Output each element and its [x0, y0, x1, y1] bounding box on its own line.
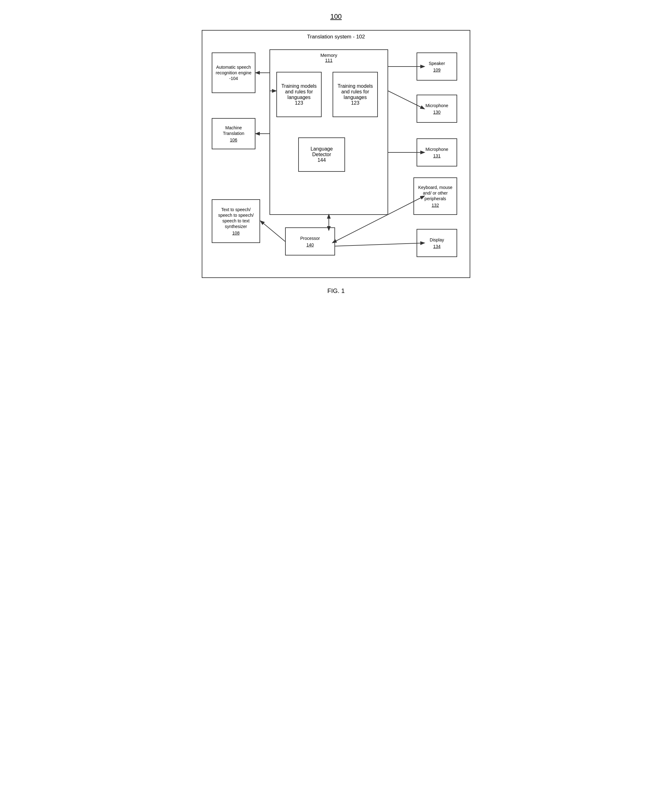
- keyboard-label: Keyboard, mouse and/ or other peripheral…: [417, 185, 453, 202]
- mt-box: Machine Translation 106: [212, 118, 255, 149]
- training1-num: 123: [295, 100, 303, 106]
- page-title: 100: [330, 13, 342, 21]
- display-box: Display 134: [417, 229, 457, 257]
- display-num: 134: [433, 244, 440, 249]
- outer-box: Translation system - 102 Automatic speec…: [202, 30, 470, 278]
- mt-label: Machine Translation: [216, 125, 252, 136]
- processor-num: 140: [306, 242, 313, 247]
- mic131-num: 131: [433, 153, 440, 158]
- speaker-label: Speaker: [429, 60, 445, 66]
- mic130-label: Microphone: [425, 103, 448, 108]
- keyboard-box: Keyboard, mouse and/ or other peripheral…: [414, 177, 457, 215]
- memory-titles: Memory 111: [270, 50, 388, 63]
- mic130-box: Microphone 130: [417, 94, 457, 123]
- memory-num: 111: [325, 58, 332, 63]
- mic131-box: Microphone 131: [417, 138, 457, 166]
- arrow-processor-display: [335, 243, 424, 246]
- langdetect-label: Language Detector: [301, 146, 342, 158]
- fig-label: FIG. 1: [327, 287, 345, 294]
- asr-box: Automatic speech recognition engine -104: [212, 52, 255, 93]
- training2-label: Training models and rules for languages: [335, 83, 375, 100]
- mic131-label: Microphone: [425, 146, 448, 152]
- outer-box-label: Translation system - 102: [305, 34, 367, 40]
- tts-num: 108: [232, 231, 240, 236]
- processor-label: Processor: [300, 236, 320, 241]
- asr-label: Automatic speech recognition engine -104: [216, 64, 252, 81]
- training2-box: Training models and rules for languages …: [333, 72, 378, 117]
- keyboard-num: 132: [432, 203, 439, 208]
- display-label: Display: [430, 237, 444, 243]
- langdetect-num: 144: [318, 158, 326, 163]
- training1-box: Training models and rules for languages …: [276, 72, 321, 117]
- training2-num: 123: [351, 100, 359, 106]
- training1-label: Training models and rules for languages: [279, 83, 319, 100]
- memory-label: Memory: [320, 52, 337, 58]
- speaker-box: Speaker 109: [417, 52, 457, 81]
- mic130-num: 130: [433, 110, 440, 115]
- langdetect-box: Language Detector 144: [298, 137, 345, 172]
- speaker-num: 109: [433, 67, 440, 72]
- processor-box: Processor 140: [285, 228, 335, 255]
- tts-box: Text to speech/ speech to speech/ speech…: [212, 199, 260, 243]
- arrow-processor-to-tts: [261, 221, 285, 241]
- diagram-area: Automatic speech recognition engine -104…: [209, 46, 463, 271]
- memory-box: Memory 111 Training models and rules for…: [269, 49, 388, 215]
- tts-label: Text to speech/ speech to speech/ speech…: [216, 207, 256, 229]
- mt-num: 106: [230, 137, 237, 142]
